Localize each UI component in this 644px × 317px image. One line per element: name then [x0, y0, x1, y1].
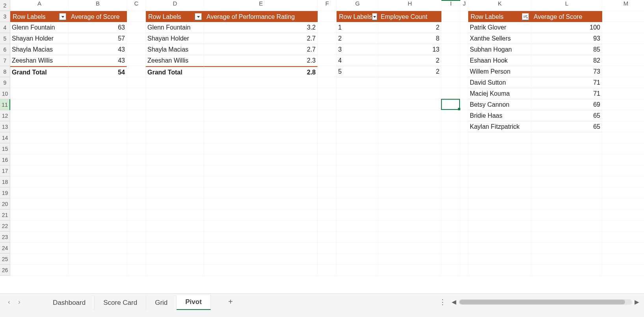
- cell-D25[interactable]: [146, 254, 204, 265]
- cell-F18[interactable]: [318, 176, 337, 187]
- cell-D21[interactable]: [146, 209, 204, 221]
- row-header-22[interactable]: 22: [0, 221, 10, 232]
- cell-B21[interactable]: [69, 209, 127, 221]
- cell-B13[interactable]: [69, 121, 127, 132]
- cell-G9[interactable]: [337, 77, 378, 88]
- cell-E14[interactable]: [204, 132, 318, 143]
- sheet-tab-dashboard[interactable]: Dashboard: [44, 296, 95, 310]
- cell-D23[interactable]: [146, 232, 204, 243]
- row-header-9[interactable]: 9: [0, 77, 10, 88]
- add-sheet-button[interactable]: +: [223, 297, 238, 306]
- cell-H16[interactable]: [378, 154, 441, 165]
- cell-A9[interactable]: [10, 77, 69, 88]
- cell-H10[interactable]: [378, 88, 441, 99]
- cell-D10[interactable]: [146, 88, 204, 99]
- cell-M3[interactable]: [602, 11, 644, 22]
- cell-M7[interactable]: [602, 55, 644, 66]
- cell-C22[interactable]: [127, 221, 146, 232]
- cell-L20[interactable]: [531, 198, 602, 209]
- cell-A12[interactable]: [10, 110, 69, 121]
- cell-B12[interactable]: [69, 110, 127, 121]
- cell-L10[interactable]: 71: [531, 88, 602, 99]
- cell-A4[interactable]: Glenn Fountain: [10, 22, 69, 33]
- cell-B26[interactable]: [69, 265, 127, 276]
- cell-K23[interactable]: [468, 232, 531, 243]
- cell-C18[interactable]: [127, 176, 146, 187]
- cell-H18[interactable]: [378, 176, 441, 187]
- cell-J22[interactable]: [460, 221, 468, 232]
- cell-K7[interactable]: Eshaan Hook: [468, 55, 531, 66]
- cell-L8[interactable]: 73: [531, 66, 602, 77]
- cell-H17[interactable]: [378, 165, 441, 176]
- cell-C24[interactable]: [127, 243, 146, 254]
- cell-G22[interactable]: [337, 221, 378, 232]
- scroll-right-icon[interactable]: ▶: [634, 299, 640, 305]
- cell-J3[interactable]: [460, 11, 468, 22]
- cell-J11[interactable]: [460, 99, 468, 110]
- spreadsheet-grid[interactable]: 23Row LabelsAverage of ScoreRow LabelsAv…: [0, 0, 644, 293]
- cell-M24[interactable]: [602, 243, 644, 254]
- cell-A8[interactable]: Grand Total: [10, 66, 69, 77]
- cell-K11[interactable]: Betsy Cannon: [468, 99, 531, 110]
- cell-I18[interactable]: [441, 176, 460, 187]
- row-header-15[interactable]: 15: [0, 143, 10, 154]
- cell-H20[interactable]: [378, 198, 441, 209]
- cell-D9[interactable]: [146, 77, 204, 88]
- cell-L23[interactable]: [531, 232, 602, 243]
- cell-E11[interactable]: [204, 99, 318, 110]
- cell-D14[interactable]: [146, 132, 204, 143]
- cell-K6[interactable]: Subhan Hogan: [468, 44, 531, 55]
- cell-M17[interactable]: [602, 165, 644, 176]
- cell-J24[interactable]: [460, 243, 468, 254]
- cell-H6[interactable]: 13: [378, 44, 441, 55]
- cell-G16[interactable]: [337, 154, 378, 165]
- cell-B5[interactable]: 57: [69, 33, 127, 44]
- scroll-left-icon[interactable]: ◀: [451, 299, 457, 305]
- cell-B16[interactable]: [69, 154, 127, 165]
- cell-C4[interactable]: [127, 22, 146, 33]
- cell-E26[interactable]: [204, 265, 318, 276]
- cell-A5[interactable]: Shayan Holder: [10, 33, 69, 44]
- cell-M12[interactable]: [602, 110, 644, 121]
- cell-D20[interactable]: [146, 198, 204, 209]
- cell-E19[interactable]: [204, 187, 318, 198]
- cell-E20[interactable]: [204, 198, 318, 209]
- dropdown-icon[interactable]: [372, 13, 377, 20]
- cell-I24[interactable]: [441, 243, 460, 254]
- cell-B9[interactable]: [69, 77, 127, 88]
- cell-L18[interactable]: [531, 176, 602, 187]
- cell-D16[interactable]: [146, 154, 204, 165]
- cell-M6[interactable]: [602, 44, 644, 55]
- cell-C3[interactable]: [127, 11, 146, 22]
- cell-M15[interactable]: [602, 143, 644, 154]
- cell-H14[interactable]: [378, 132, 441, 143]
- cell-L16[interactable]: [531, 154, 602, 165]
- cell-E15[interactable]: [204, 143, 318, 154]
- cell-D26[interactable]: [146, 265, 204, 276]
- cell-F26[interactable]: [318, 265, 337, 276]
- cell-B24[interactable]: [69, 243, 127, 254]
- cell-L4[interactable]: 100: [531, 22, 602, 33]
- cell-E17[interactable]: [204, 165, 318, 176]
- cell-J5[interactable]: [460, 33, 468, 44]
- cell-F13[interactable]: [318, 121, 337, 132]
- cell-I21[interactable]: [441, 209, 460, 221]
- cell-F19[interactable]: [318, 187, 337, 198]
- cell-K16[interactable]: [468, 154, 531, 165]
- cell-K15[interactable]: [468, 143, 531, 154]
- cell-C13[interactable]: [127, 121, 146, 132]
- cell-J14[interactable]: [460, 132, 468, 143]
- cell-G5[interactable]: 2: [337, 33, 378, 44]
- row-header-12[interactable]: 12: [0, 110, 10, 121]
- cell-K5[interactable]: Xanthe Sellers: [468, 33, 531, 44]
- cell-A13[interactable]: [10, 121, 69, 132]
- cell-L9[interactable]: 71: [531, 77, 602, 88]
- cell-M21[interactable]: [602, 209, 644, 221]
- row-header-19[interactable]: 19: [0, 187, 10, 198]
- cell-G17[interactable]: [337, 165, 378, 176]
- cell-I12[interactable]: [441, 110, 460, 121]
- scroll-thumb[interactable]: [460, 300, 625, 304]
- cell-L21[interactable]: [531, 209, 602, 221]
- cell-H8[interactable]: 2: [378, 66, 441, 77]
- cell-I8[interactable]: [441, 66, 460, 77]
